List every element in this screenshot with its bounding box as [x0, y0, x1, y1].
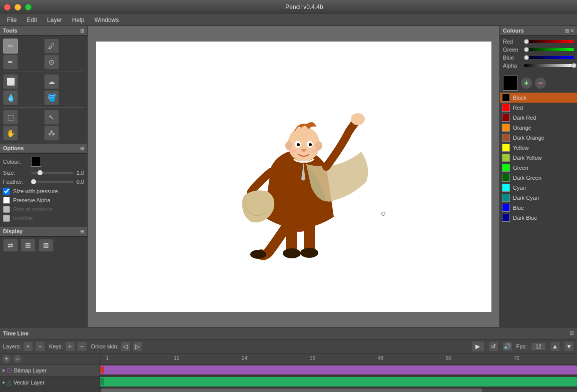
- tool-quill[interactable]: ✒: [3, 55, 18, 70]
- size-pressure-row: Size with pressure: [3, 188, 84, 195]
- onion-next-button[interactable]: ▷: [133, 341, 143, 351]
- display-collapse-icon[interactable]: ⊞: [80, 229, 84, 234]
- tool-eraser[interactable]: ⬜: [3, 74, 18, 89]
- menu-edit[interactable]: Edit: [22, 16, 42, 25]
- bitmap-layer-track[interactable]: [100, 364, 577, 376]
- layer-list: + − ● ⊡ Bitmap Layer ● △ Vector Layer: [0, 353, 100, 392]
- colour-item-dark-green[interactable]: Dark Green: [500, 173, 577, 183]
- colour-item-dark-blue[interactable]: Dark Blue: [500, 213, 577, 223]
- size-pressure-checkbox[interactable]: [3, 188, 10, 195]
- colour-item-dark-cyan[interactable]: Dark Cyan: [500, 193, 577, 203]
- vector-layer-track[interactable]: [100, 376, 577, 388]
- stop-contours-label: Stop at contours: [13, 206, 53, 212]
- display-grid-button[interactable]: ⊞: [21, 239, 36, 252]
- colour-preview-swatch[interactable]: [503, 76, 518, 91]
- colour-row: Colour:: [3, 157, 84, 167]
- colour-dot: [502, 104, 510, 112]
- minimize-button[interactable]: [15, 4, 21, 11]
- colour-item-green[interactable]: Green: [500, 163, 577, 173]
- tools-grid: ✏ 🖊 ✒ ⊙ ⬜ ☁ 💧 🪣 ⬚ ↖ ✋ ⁂: [0, 36, 87, 144]
- vector-layer-visibility-icon[interactable]: ●: [2, 379, 5, 385]
- drawing-canvas[interactable]: [96, 42, 491, 312]
- remove-layer-button[interactable]: −: [35, 341, 45, 351]
- colour-item-black[interactable]: Black: [500, 93, 577, 103]
- bitmap-layer-visibility-icon[interactable]: ●: [2, 367, 5, 373]
- tool-pencil[interactable]: ✏: [3, 39, 18, 54]
- size-slider[interactable]: [31, 172, 74, 174]
- stop-contours-checkbox[interactable]: [3, 206, 10, 213]
- tool-smudge[interactable]: ☁: [44, 74, 59, 89]
- tool-wand[interactable]: ⁂: [44, 126, 59, 141]
- menu-layer[interactable]: Layer: [42, 16, 67, 25]
- colour-item-dark-orange[interactable]: Dark Orange: [500, 133, 577, 143]
- options-collapse-icon[interactable]: ⊞: [80, 146, 84, 151]
- colour-item-dark-yellow[interactable]: Dark Yellow: [500, 153, 577, 163]
- tool-lasso[interactable]: ⊙: [44, 55, 59, 70]
- colours-collapse-icon[interactable]: ⊞: [565, 28, 569, 34]
- remove-colour-button[interactable]: −: [535, 78, 546, 89]
- remove-key-button[interactable]: −: [77, 341, 87, 351]
- feather-label: Feather:: [3, 179, 28, 185]
- display-overlay-button[interactable]: ⊠: [39, 239, 54, 252]
- colour-item-label: Green: [513, 165, 528, 171]
- red-slider[interactable]: [524, 40, 574, 43]
- tool-fill[interactable]: 🪣: [44, 90, 59, 105]
- add-layer-small-button[interactable]: +: [2, 354, 11, 363]
- colours-close-icon[interactable]: ✕: [570, 28, 574, 34]
- colour-item-orange[interactable]: Orange: [500, 123, 577, 133]
- timeline-expand-icon[interactable]: ⊞: [569, 330, 574, 336]
- vector-layer-row[interactable]: ● △ Vector Layer: [0, 376, 100, 388]
- close-button[interactable]: [4, 4, 11, 11]
- feather-slider[interactable]: [31, 181, 74, 183]
- svg-point-4: [300, 248, 318, 258]
- maximize-button[interactable]: [25, 4, 32, 11]
- timeline-scrollbar[interactable]: [100, 388, 577, 392]
- tool-hand[interactable]: ✋: [3, 126, 18, 141]
- tool-pen[interactable]: 🖊: [44, 39, 59, 54]
- display-arrows-button[interactable]: ⇄: [3, 239, 18, 252]
- fps-input[interactable]: 12: [531, 342, 546, 350]
- tool-eyedropper[interactable]: 💧: [3, 90, 18, 105]
- stop-button[interactable]: ↺: [488, 341, 498, 351]
- tools-collapse-icon[interactable]: ⊞: [80, 28, 84, 34]
- invisible-checkbox[interactable]: [3, 215, 10, 222]
- canvas-area[interactable]: [88, 26, 499, 327]
- colour-preview-row: + −: [500, 74, 577, 93]
- colour-dot: [502, 184, 510, 192]
- tool-move[interactable]: ↖: [44, 110, 59, 125]
- colour-item-dark-red[interactable]: Dark Red: [500, 113, 577, 123]
- onion-prev-button[interactable]: ◁: [121, 341, 131, 351]
- sound-button[interactable]: 🔊: [502, 341, 512, 351]
- tool-select[interactable]: ⬚: [3, 110, 18, 125]
- alpha-slider[interactable]: [524, 64, 574, 67]
- colour-dot: [502, 114, 510, 122]
- vector-keyframe-1: [100, 378, 104, 385]
- play-button[interactable]: ▶: [471, 341, 484, 352]
- colour-item-red[interactable]: Red: [500, 103, 577, 113]
- add-layer-button[interactable]: +: [23, 341, 33, 351]
- invisible-row: Invisible: [3, 215, 84, 222]
- fps-down-button[interactable]: ▼: [564, 341, 574, 351]
- colour-item-cyan[interactable]: Cyan: [500, 183, 577, 193]
- colour-item-yellow[interactable]: Yellow: [500, 143, 577, 153]
- fps-up-button[interactable]: ▲: [550, 341, 560, 351]
- display-header: Display ⊞: [0, 227, 87, 236]
- colour-dot: [502, 194, 510, 202]
- green-slider[interactable]: [524, 48, 574, 51]
- bitmap-layer-row[interactable]: ● ⊡ Bitmap Layer: [0, 364, 100, 376]
- colour-swatch[interactable]: [31, 157, 41, 167]
- menu-help[interactable]: Help: [67, 16, 90, 25]
- preserve-alpha-label: Preserve Alpha: [13, 197, 51, 203]
- menu-windows[interactable]: Windows: [90, 16, 124, 25]
- colour-item-label: Black: [513, 95, 526, 101]
- add-colour-button[interactable]: +: [521, 78, 532, 89]
- add-key-button[interactable]: +: [65, 341, 75, 351]
- colour-item-blue[interactable]: Blue: [500, 203, 577, 213]
- colour-item-label: Dark Green: [513, 175, 541, 181]
- green-label: Green: [503, 47, 522, 53]
- blue-slider[interactable]: [524, 56, 574, 59]
- menu-file[interactable]: File: [2, 16, 22, 25]
- preserve-alpha-checkbox[interactable]: [3, 197, 10, 204]
- remove-layer-small-button[interactable]: −: [13, 354, 22, 363]
- onion-label: Onion skin:: [91, 343, 119, 349]
